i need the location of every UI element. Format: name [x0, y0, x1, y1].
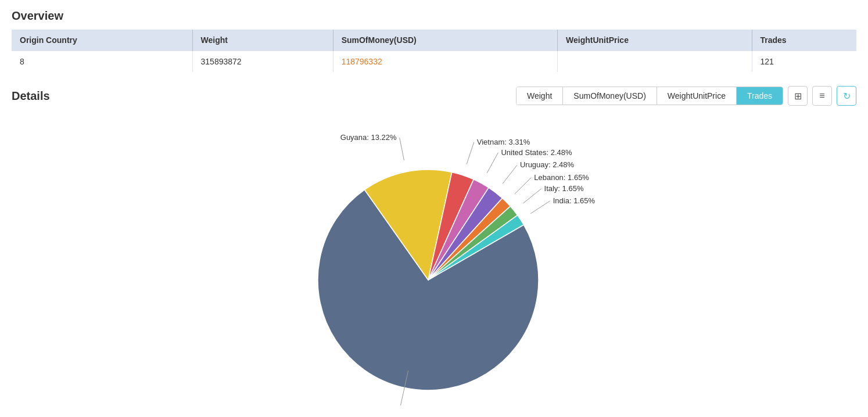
label-line-1	[400, 138, 404, 160]
table-view-button[interactable]: ⊞	[788, 86, 808, 106]
details-controls: Weight SumOfMoney(USD) WeightUnitPrice T…	[516, 86, 856, 106]
label-text-uruguay: Uruguay: 2.48%	[520, 160, 575, 169]
tab-weight-unit-price[interactable]: WeightUnitPrice	[657, 87, 737, 105]
pie-chart: Brazil: 73.56%Guyana: 13.22%Vietnam: 3.3…	[231, 117, 637, 396]
chart-area: Brazil: 73.56%Guyana: 13.22%Vietnam: 3.3…	[12, 117, 856, 396]
label-line-6	[523, 189, 541, 203]
overview-header-row: Origin Country Weight SumOfMoney(USD) We…	[12, 30, 856, 51]
label-text-lebanon: Lebanon: 1.65%	[534, 173, 589, 182]
label-line-2	[467, 142, 474, 164]
table-icon: ⊞	[794, 91, 802, 102]
cell-weight-unit-price	[558, 51, 752, 73]
tab-trades[interactable]: Trades	[737, 87, 783, 105]
col-weight-unit-price: WeightUnitPrice	[558, 30, 752, 51]
details-title: Details	[12, 89, 50, 103]
overview-data-row: 8 315893872 118796332 121	[12, 51, 856, 73]
details-header: Details Weight SumOfMoney(USD) WeightUni…	[12, 86, 856, 106]
list-view-button[interactable]: ≡	[812, 86, 832, 106]
label-line-7	[530, 201, 550, 214]
col-sum-money: SumOfMoney(USD)	[333, 30, 557, 51]
overview-table: Origin Country Weight SumOfMoney(USD) We…	[12, 30, 856, 72]
cell-trades: 121	[752, 51, 856, 73]
label-line-5	[515, 178, 531, 194]
label-line-3	[487, 153, 498, 173]
overview-title: Overview	[12, 9, 856, 23]
cell-weight: 315893872	[192, 51, 333, 73]
label-text-india: India: 1.65%	[553, 196, 596, 205]
refresh-button[interactable]: ↻	[837, 86, 856, 106]
page: Overview Origin Country Weight SumOfMone…	[0, 0, 868, 405]
label-text-united-states: United States: 2.48%	[501, 148, 572, 157]
tab-group: Weight SumOfMoney(USD) WeightUnitPrice T…	[516, 87, 783, 105]
label-text-italy: Italy: 1.65%	[544, 184, 584, 193]
col-origin-country: Origin Country	[12, 30, 192, 51]
label-text-vietnam: Vietnam: 3.31%	[477, 138, 530, 146]
col-weight: Weight	[192, 30, 333, 51]
refresh-icon: ↻	[843, 91, 851, 102]
label-text-guyana: Guyana: 13.22%	[340, 133, 397, 142]
cell-origin-country: 8	[12, 51, 192, 73]
tab-weight[interactable]: Weight	[517, 87, 563, 105]
list-icon: ≡	[819, 91, 824, 101]
cell-sum-money: 118796332	[333, 51, 557, 73]
tab-sum-money[interactable]: SumOfMoney(USD)	[563, 87, 657, 105]
label-line-4	[503, 165, 517, 184]
col-trades: Trades	[752, 30, 856, 51]
